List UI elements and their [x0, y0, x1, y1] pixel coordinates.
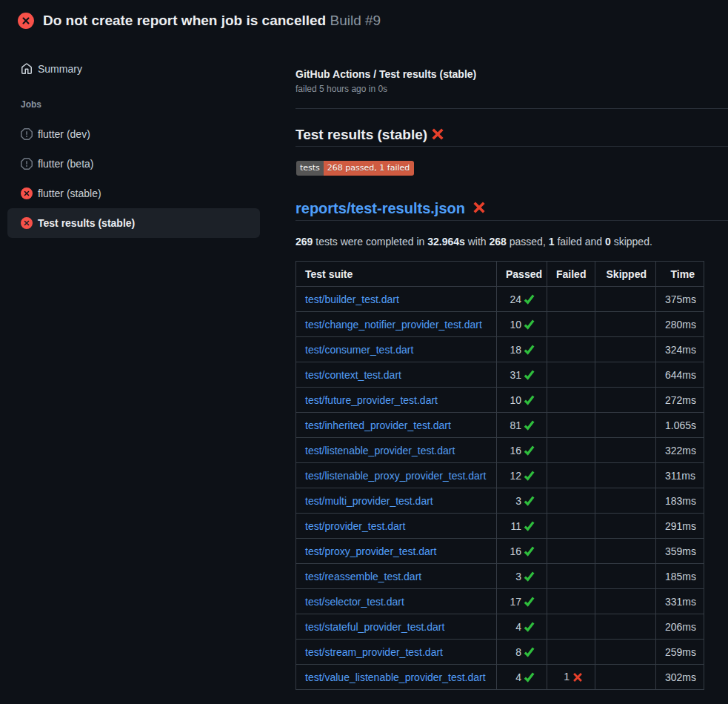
- passed-cell: 8: [497, 640, 547, 665]
- table-header-row: Test suitePassedFailedSkippedTime: [296, 262, 704, 287]
- suite-link[interactable]: test/listenable_proxy_provider_test.dart: [305, 470, 486, 482]
- time-cell: 359ms: [656, 539, 704, 564]
- suite-link[interactable]: test/builder_test.dart: [305, 293, 399, 305]
- passed-cell: 81: [497, 413, 547, 438]
- table-row: test/value_listenable_provider_test.dart…: [296, 665, 704, 690]
- check-icon: [524, 596, 535, 607]
- home-icon: [21, 63, 33, 75]
- suite-link[interactable]: test/stream_provider_test.dart: [305, 646, 443, 658]
- skipped-cell: [595, 287, 656, 312]
- suite-cell: test/builder_test.dart: [296, 287, 497, 312]
- sidebar-item-job[interactable]: flutter (beta): [7, 149, 260, 179]
- failed-cell: [547, 312, 595, 337]
- failed-cell: [547, 614, 595, 640]
- suite-link[interactable]: test/provider_test.dart: [305, 520, 405, 532]
- failed-cell: [547, 337, 595, 362]
- sidebar-item-job[interactable]: flutter (dev): [7, 119, 260, 149]
- cross-icon: [472, 199, 486, 213]
- suite-cell: test/selector_test.dart: [296, 589, 497, 614]
- run-meta: failed 5 hours ago in 0s: [295, 83, 387, 95]
- suite-link[interactable]: test/reassemble_test.dart: [305, 571, 421, 582]
- sidebar-job-label: flutter (stable): [38, 187, 101, 199]
- breadcrumb: GitHub Actions / Test results (stable): [295, 67, 476, 82]
- suite-cell: test/consumer_test.dart: [296, 337, 497, 362]
- failed-cell: [547, 564, 595, 589]
- passed-cell: 16: [497, 438, 547, 463]
- suite-cell: test/change_notifier_provider_test.dart: [296, 312, 497, 337]
- suite-link[interactable]: test/listenable_provider_test.dart: [305, 445, 455, 456]
- suite-link[interactable]: test/stateful_provider_test.dart: [305, 621, 444, 633]
- report-title-link[interactable]: reports/test-results.json: [295, 200, 465, 216]
- time-cell: 206ms: [656, 614, 704, 640]
- column-header: Skipped: [595, 262, 656, 287]
- table-row: test/inherited_provider_test.dart811.065…: [296, 413, 704, 438]
- passed-cell: 17: [497, 589, 547, 614]
- skipped-cell: [595, 463, 656, 488]
- check-icon: [524, 293, 535, 305]
- column-header: Failed: [547, 262, 595, 287]
- check-icon: [524, 671, 535, 683]
- time-cell: 331ms: [656, 589, 704, 614]
- suite-link[interactable]: test/context_test.dart: [305, 369, 401, 381]
- sidebar-jobs-heading: Jobs: [21, 99, 41, 110]
- suite-cell: test/proxy_provider_test.dart: [296, 539, 497, 564]
- divider: [295, 108, 728, 109]
- suite-link[interactable]: test/proxy_provider_test.dart: [305, 545, 436, 557]
- x-circle-icon: [18, 13, 34, 29]
- suite-link[interactable]: test/future_provider_test.dart: [305, 394, 438, 406]
- column-header: Time: [656, 262, 704, 287]
- check-icon: [524, 495, 535, 506]
- failed-cell: 1: [547, 665, 595, 690]
- table-row: test/change_notifier_provider_test.dart1…: [296, 312, 704, 337]
- suite-cell: test/stream_provider_test.dart: [296, 640, 497, 665]
- suite-link[interactable]: test/inherited_provider_test.dart: [305, 419, 451, 431]
- suite-link[interactable]: test/multi_provider_test.dart: [305, 495, 433, 507]
- tests-badge: tests 268 passed, 1 failed: [296, 161, 414, 176]
- time-cell: 1.065s: [656, 413, 704, 438]
- check-icon: [524, 545, 535, 557]
- table-row: test/listenable_proxy_provider_test.dart…: [296, 463, 704, 488]
- passed-cell: 10: [497, 312, 547, 337]
- failed-cell: [547, 362, 595, 388]
- check-icon: [524, 470, 535, 481]
- passed-cell: 11: [497, 514, 547, 539]
- check-icon: [524, 621, 535, 632]
- table-row: test/stream_provider_test.dart8259ms: [296, 640, 704, 665]
- failed-cell: [547, 388, 595, 413]
- results-table: Test suitePassedFailedSkippedTime test/b…: [295, 261, 704, 690]
- passed-cell: 4: [497, 614, 547, 640]
- time-cell: 644ms: [656, 362, 704, 388]
- failed-cell: [547, 287, 595, 312]
- suite-cell: test/stateful_provider_test.dart: [296, 614, 497, 640]
- suite-link[interactable]: test/consumer_test.dart: [305, 344, 413, 356]
- sidebar-job-label: flutter (dev): [38, 128, 90, 140]
- tests-badge-label: tests: [296, 161, 324, 176]
- sidebar-item-job[interactable]: flutter (stable): [7, 179, 260, 208]
- sidebar-item-summary[interactable]: Summary: [7, 54, 260, 84]
- passed-cell: 4: [497, 665, 547, 690]
- check-icon: [524, 394, 535, 405]
- suite-link[interactable]: test/selector_test.dart: [305, 596, 404, 608]
- suite-link[interactable]: test/change_notifier_provider_test.dart: [305, 319, 482, 331]
- time-cell: 291ms: [656, 514, 704, 539]
- skipped-cell: [595, 488, 656, 514]
- time-cell: 183ms: [656, 488, 704, 514]
- skipped-cell: [595, 388, 656, 413]
- suite-cell: test/listenable_proxy_provider_test.dart: [296, 463, 497, 488]
- check-icon: [524, 319, 535, 330]
- suite-cell: test/inherited_provider_test.dart: [296, 413, 497, 438]
- suite-link[interactable]: test/value_listenable_provider_test.dart: [305, 671, 486, 683]
- skipped-cell: [595, 665, 656, 690]
- check-icon: [524, 445, 535, 456]
- time-cell: 311ms: [656, 463, 704, 488]
- sidebar-item-job[interactable]: Test results (stable): [7, 208, 260, 238]
- table-row: test/consumer_test.dart18324ms: [296, 337, 704, 362]
- table-row: test/reassemble_test.dart3185ms: [296, 564, 704, 589]
- stop-icon: [21, 158, 33, 170]
- skipped-cell: [595, 413, 656, 438]
- run-title-text: Do not create report when job is cancell…: [43, 13, 326, 28]
- skipped-cell: [595, 640, 656, 665]
- skipped-cell: [595, 589, 656, 614]
- check-title-text: Test results (stable): [295, 127, 427, 142]
- suite-cell: test/provider_test.dart: [296, 514, 497, 539]
